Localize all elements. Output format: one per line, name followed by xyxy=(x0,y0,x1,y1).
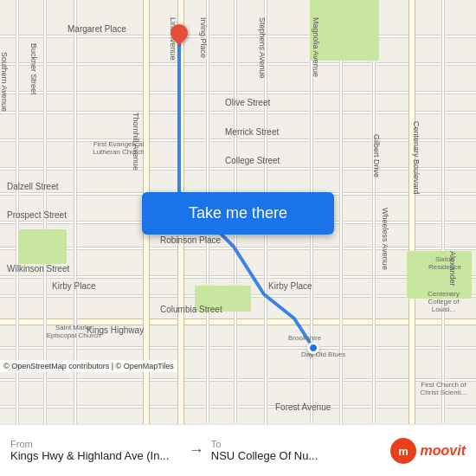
street-h2 xyxy=(0,62,476,66)
park-prospect xyxy=(19,229,67,264)
bottom-bar: From Kings Hwy & Highland Ave (In... → T… xyxy=(0,424,476,476)
street-v12 xyxy=(441,0,445,424)
park-magnolia xyxy=(310,0,379,61)
map-attribution: © OpenStreetMap contributors | © OpenMap… xyxy=(0,360,177,372)
app: Margaret Place Olive Street Merrick Stre… xyxy=(0,0,476,476)
to-value: NSU College Of Nu... xyxy=(211,449,383,462)
direction-arrow: → xyxy=(182,441,211,460)
street-h15 xyxy=(0,405,476,408)
street-h10 xyxy=(0,275,476,279)
street-h5 xyxy=(0,138,476,142)
moovit-logo-icon: m xyxy=(389,437,417,465)
svg-text:m: m xyxy=(398,445,408,458)
street-h3 xyxy=(0,91,476,94)
map-container[interactable]: Margaret Place Olive Street Merrick Stre… xyxy=(0,0,476,424)
moovit-text: moovit xyxy=(421,443,466,459)
street-h6 xyxy=(0,167,476,170)
destination-marker xyxy=(307,342,319,354)
street-h13 xyxy=(0,346,476,350)
street-h14 xyxy=(0,378,476,382)
street-h1 xyxy=(0,35,476,38)
street-h4 xyxy=(0,111,476,114)
street-v9 xyxy=(339,0,343,424)
destination-info: To NSU College Of Nu... xyxy=(211,439,383,462)
origin-info: From Kings Hwy & Highland Ave (In... xyxy=(10,439,182,462)
park-centenary xyxy=(407,251,472,299)
pin-shape xyxy=(167,21,191,45)
kings-hwy xyxy=(0,318,476,325)
street-h9 xyxy=(0,247,476,250)
gilbert-dr xyxy=(372,0,376,424)
from-value: Kings Hwy & Highland Ave (In... xyxy=(10,449,182,462)
park-columbia xyxy=(195,286,251,312)
from-label: From xyxy=(10,439,182,449)
take-me-there-button[interactable]: Take me there xyxy=(142,192,334,235)
origin-marker xyxy=(169,24,190,50)
to-label: To xyxy=(211,439,383,449)
centenary-blvd xyxy=(408,0,415,424)
moovit-logo: m moovit xyxy=(389,437,466,465)
